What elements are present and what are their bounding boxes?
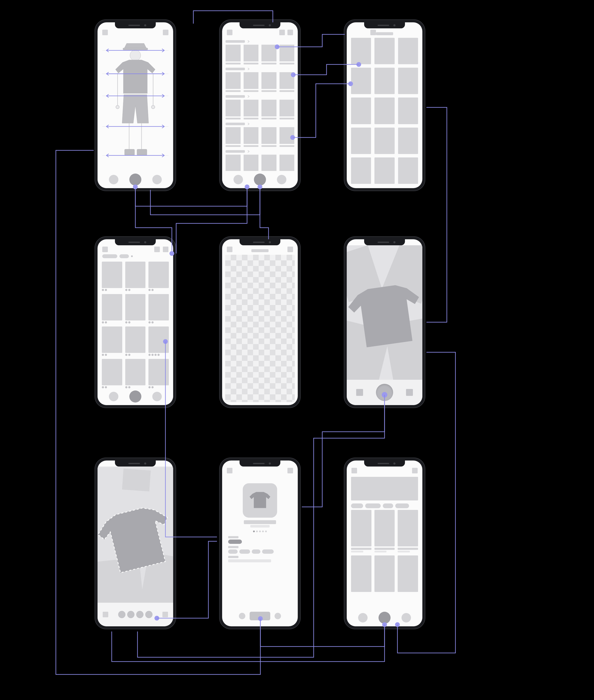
grid-item[interactable] (398, 38, 418, 64)
notifications-icon[interactable] (288, 30, 293, 35)
pager-dot[interactable] (256, 531, 258, 532)
grid-item[interactable] (351, 158, 371, 184)
back-icon[interactable] (370, 30, 376, 35)
wardrobe-item[interactable] (125, 294, 146, 324)
nav-tab-3[interactable] (401, 613, 411, 623)
product-card[interactable] (226, 72, 241, 93)
grid-item[interactable] (398, 98, 418, 124)
color-swatch[interactable] (228, 539, 242, 544)
pager-dot[interactable] (253, 531, 255, 532)
nav-tab-center[interactable] (129, 173, 141, 186)
favorite-button[interactable] (239, 613, 245, 619)
menu-icon[interactable] (227, 30, 232, 35)
chevron-right-icon[interactable] (247, 150, 250, 153)
nav-tab-1[interactable] (109, 175, 119, 184)
wardrobe-item[interactable] (102, 294, 122, 324)
product-card[interactable] (279, 127, 295, 148)
grid-item[interactable] (398, 128, 418, 154)
nav-tab-3[interactable] (277, 175, 286, 184)
done-icon[interactable] (288, 246, 293, 252)
chevron-right-icon[interactable] (247, 67, 250, 70)
gallery-icon[interactable] (356, 389, 363, 396)
delete-button[interactable] (274, 613, 281, 619)
wardrobe-item[interactable] (102, 359, 122, 388)
nav-tab-1[interactable] (233, 175, 243, 184)
wardrobe-item[interactable] (148, 294, 169, 324)
chip[interactable] (383, 503, 393, 508)
chip[interactable] (395, 503, 409, 508)
wardrobe-item[interactable] (125, 262, 146, 291)
grid-item[interactable] (374, 98, 394, 124)
wardrobe-item[interactable] (148, 359, 169, 388)
pager-dot[interactable] (262, 531, 264, 532)
search-icon[interactable] (279, 30, 285, 35)
wardrobe-item[interactable] (148, 262, 169, 291)
grid-item[interactable] (351, 98, 371, 124)
back-icon[interactable] (227, 246, 232, 252)
size-tag[interactable] (252, 549, 260, 554)
product-card[interactable] (226, 155, 241, 171)
cart-icon[interactable] (412, 468, 418, 473)
back-icon[interactable] (227, 468, 232, 473)
nav-tab-3[interactable] (152, 392, 162, 401)
product-card[interactable] (351, 556, 371, 592)
size-tag[interactable] (262, 549, 274, 554)
product-card[interactable] (279, 45, 295, 65)
product-card[interactable] (243, 127, 259, 148)
chip[interactable] (365, 503, 381, 508)
product-card[interactable] (243, 100, 259, 120)
chevron-right-icon[interactable] (247, 95, 250, 98)
grid-item[interactable] (351, 38, 371, 64)
product-card[interactable] (279, 100, 295, 120)
transparency-canvas[interactable] (225, 255, 295, 402)
nav-tab-center[interactable] (378, 612, 391, 624)
brush-dot[interactable] (118, 611, 126, 618)
undo-icon[interactable] (103, 612, 108, 617)
nav-tab-1[interactable] (358, 613, 368, 623)
menu-icon[interactable] (102, 246, 108, 252)
shutter-button[interactable] (376, 384, 393, 401)
grid-item[interactable] (374, 128, 394, 154)
product-card[interactable] (243, 45, 259, 65)
product-card[interactable] (261, 72, 276, 93)
product-card[interactable] (279, 155, 295, 171)
product-card[interactable] (261, 45, 276, 65)
search-icon[interactable] (154, 246, 160, 252)
product-card[interactable] (226, 45, 241, 65)
primary-cta-button[interactable] (250, 612, 270, 620)
chip[interactable] (351, 503, 363, 508)
filter-chip[interactable] (102, 254, 117, 258)
share-icon[interactable] (288, 468, 293, 473)
confirm-icon[interactable] (162, 612, 168, 617)
menu-icon[interactable] (352, 468, 357, 473)
wardrobe-item[interactable] (125, 359, 146, 388)
wardrobe-item[interactable] (148, 327, 169, 356)
flip-camera-icon[interactable] (406, 389, 413, 396)
filter-icon[interactable] (163, 246, 168, 252)
product-card[interactable] (374, 510, 395, 553)
size-tag[interactable] (239, 549, 250, 554)
product-card[interactable] (398, 556, 418, 592)
wardrobe-item[interactable] (102, 327, 122, 356)
product-card[interactable] (398, 510, 418, 553)
brush-dot[interactable] (145, 611, 153, 618)
product-card[interactable] (374, 556, 395, 592)
product-card[interactable] (243, 155, 259, 171)
wardrobe-item[interactable] (102, 262, 122, 291)
wardrobe-item[interactable] (125, 327, 146, 356)
chevron-right-icon[interactable] (247, 123, 250, 126)
pager-dot[interactable] (259, 531, 261, 532)
promo-banner[interactable] (351, 477, 418, 500)
brush-dot[interactable] (127, 611, 134, 618)
filter-chip[interactable] (120, 254, 129, 258)
grid-item[interactable] (351, 68, 371, 94)
brush-dot[interactable] (136, 611, 143, 618)
product-card[interactable] (261, 155, 276, 171)
product-card[interactable] (261, 100, 276, 120)
chevron-right-icon[interactable] (247, 40, 250, 43)
nav-tab-1[interactable] (109, 392, 119, 401)
product-card[interactable] (226, 127, 241, 148)
grid-item[interactable] (374, 158, 394, 184)
grid-item[interactable] (351, 128, 371, 154)
product-card[interactable] (351, 510, 371, 553)
